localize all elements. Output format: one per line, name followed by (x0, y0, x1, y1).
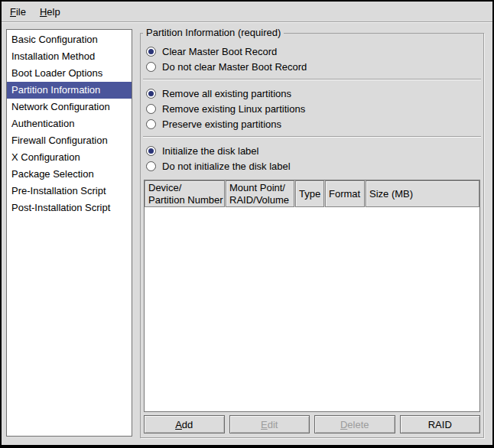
radio-button-icon (146, 161, 156, 171)
sidebar-item-authentication[interactable]: Authentication (7, 115, 132, 132)
menu-help-mnemonic: H (40, 6, 47, 18)
partitions-table-header: Device/ Partition Number Mount Point/ RA… (145, 180, 479, 207)
radio-button-icon (146, 104, 156, 114)
radio-do-not-clear-mbr-label: Do not clear Master Boot Record (162, 61, 307, 73)
sidebar-item-firewall-configuration[interactable]: Firewall Configuration (7, 132, 132, 149)
horizontal-separator (143, 136, 481, 138)
sidebar-item-x-configuration[interactable]: X Configuration (7, 149, 132, 166)
radio-preserve-partitions-label: Preserve existing partitions (162, 118, 281, 130)
sidebar-item-partition-information[interactable]: Partition Information (7, 82, 132, 99)
radio-button-icon (146, 119, 156, 129)
menu-help[interactable]: Help (33, 3, 67, 21)
sidebar-item-installation-method[interactable]: Installation Method (7, 48, 132, 65)
radio-preserve-partitions[interactable]: Preserve existing partitions (143, 116, 481, 131)
radio-remove-linux-partitions[interactable]: Remove existing Linux partitions (143, 101, 481, 116)
sidebar-item-basic-configuration[interactable]: Basic Configuration (7, 31, 132, 48)
radio-remove-linux-partitions-label: Remove existing Linux partitions (162, 103, 305, 115)
partition-actions: Add Edit Delete RAID (143, 415, 481, 433)
delete-button[interactable]: Delete (314, 415, 395, 433)
sidebar-item-network-configuration[interactable]: Network Configuration (7, 99, 132, 115)
menu-file-label: ile (16, 6, 26, 18)
section-list: Basic Configuration Installation Method … (6, 29, 132, 437)
sidebar-item-post-installation-script[interactable]: Post-Installation Script (7, 200, 132, 216)
edit-button[interactable]: Edit (229, 415, 310, 433)
radio-do-not-initialize-disk-label[interactable]: Do not initialize the disk label (143, 158, 481, 174)
radio-initialize-disk-label[interactable]: Initialize the disk label (143, 143, 481, 158)
window-body: Basic Configuration Installation Method … (2, 24, 492, 445)
horizontal-separator (143, 79, 481, 80)
sidebar-item-package-selection[interactable]: Package Selection (7, 166, 132, 183)
menu-file-mnemonic: F (10, 6, 16, 18)
column-header-mount-point-raid-volume[interactable]: Mount Point/ RAID/Volume (226, 180, 294, 207)
menu-file[interactable]: File (3, 3, 33, 21)
radio-remove-all-partitions[interactable]: Remove all existing partitions (143, 86, 481, 101)
column-header-type[interactable]: Type (295, 180, 324, 207)
radio-initialize-disk-label-label: Initialize the disk label (162, 145, 258, 157)
sidebar-item-pre-installation-script[interactable]: Pre-Installation Script (7, 183, 132, 200)
sidebar-item-boot-loader-options[interactable]: Boot Loader Options (7, 65, 132, 82)
radio-button-icon (146, 47, 156, 57)
kickstart-configurator-window: File Help Basic Configuration Installati… (0, 0, 494, 448)
column-header-format[interactable]: Format (325, 180, 365, 207)
partitions-table: Device/ Partition Number Mount Point/ RA… (144, 180, 480, 412)
raid-button[interactable]: RAID (400, 415, 481, 433)
radio-button-icon (146, 89, 156, 99)
add-button[interactable]: Add (144, 415, 225, 433)
partition-information-frame: Partition Information (required) Clear M… (140, 33, 484, 438)
radio-clear-mbr[interactable]: Clear Master Boot Record (143, 44, 481, 59)
menubar: File Help (2, 2, 492, 22)
radio-button-icon (146, 146, 156, 156)
radio-remove-all-partitions-label: Remove all existing partitions (162, 88, 291, 99)
frame-title: Partition Information (required) (143, 27, 284, 39)
radio-clear-mbr-label: Clear Master Boot Record (162, 46, 277, 57)
menu-help-label: elp (47, 6, 60, 18)
radio-do-not-clear-mbr[interactable]: Do not clear Master Boot Record (143, 59, 481, 74)
radio-button-icon (146, 62, 156, 72)
column-header-device-partition-number[interactable]: Device/ Partition Number (145, 180, 225, 207)
column-header-size-mb[interactable]: Size (MB) (366, 180, 479, 207)
radio-do-not-initialize-disk-label-label: Do not initialize the disk label (162, 161, 291, 172)
partitions-table-body[interactable] (145, 207, 479, 411)
